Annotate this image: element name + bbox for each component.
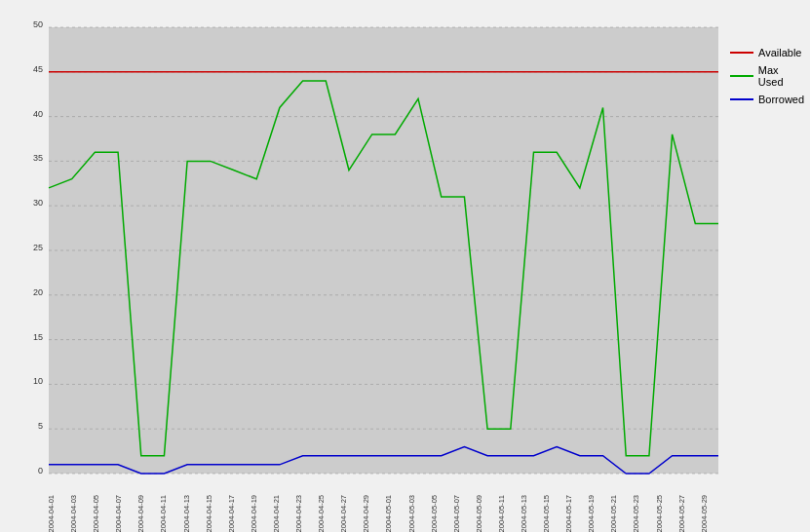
x-tick: 2004-05-21 xyxy=(609,495,632,532)
x-tick: 2004-05-05 xyxy=(430,495,452,532)
legend-line xyxy=(730,75,753,77)
y-tick: 25 xyxy=(33,243,43,252)
y-axis-label xyxy=(4,18,19,532)
x-tick: 2004-04-23 xyxy=(294,495,317,532)
y-tick: 40 xyxy=(33,109,43,119)
y-tick: 30 xyxy=(33,198,43,208)
legend: AvailableMax UsedBorrowed xyxy=(722,18,810,495)
x-tick: 2004-05-19 xyxy=(587,495,609,532)
x-tick: 2004-04-25 xyxy=(317,495,339,532)
legend-item: Borrowed xyxy=(730,94,806,105)
chart-container: 50454035302520151050 AvailableMax UsedBo… xyxy=(0,0,810,532)
y-tick: 50 xyxy=(33,19,43,29)
x-tick: 2004-04-21 xyxy=(272,495,294,532)
y-tick: 35 xyxy=(33,153,43,163)
x-tick: 2004-05-17 xyxy=(564,495,587,532)
chart-area-wrapper: 50454035302520151050 AvailableMax UsedBo… xyxy=(19,18,810,532)
x-tick: 2004-05-01 xyxy=(384,495,406,532)
legend-item: Available xyxy=(730,47,806,58)
x-tick: 2004-04-01 xyxy=(47,495,69,532)
x-tick: 2004-05-15 xyxy=(542,495,564,532)
legend-label: Max Used xyxy=(758,64,806,88)
x-tick: 2004-04-15 xyxy=(205,495,227,532)
x-tick: 2004-04-17 xyxy=(227,495,250,532)
x-tick: 2004-04-03 xyxy=(69,495,92,532)
x-tick: 2004-05-11 xyxy=(497,495,520,532)
legend-label: Available xyxy=(758,47,801,58)
x-tick: 2004-04-19 xyxy=(250,495,272,532)
x-tick: 2004-04-09 xyxy=(136,495,159,532)
x-tick: 2004-05-03 xyxy=(407,495,430,532)
y-tick: 20 xyxy=(33,287,43,297)
y-tick: 15 xyxy=(33,332,43,342)
x-tick: 2004-05-25 xyxy=(655,495,677,532)
x-tick: 2004-04-13 xyxy=(182,495,205,532)
x-tick: 2004-05-09 xyxy=(475,495,497,532)
chart-plot-area: 50454035302520151050 AvailableMax UsedBo… xyxy=(19,18,810,495)
x-tick: 2004-04-07 xyxy=(114,495,136,532)
x-tick: 2004-05-29 xyxy=(700,495,722,532)
x-tick: 2004-04-05 xyxy=(92,495,114,532)
plot-svg-container xyxy=(47,18,722,495)
x-tick: 2004-05-23 xyxy=(632,495,654,532)
legend-line xyxy=(730,52,753,54)
legend-line xyxy=(730,98,753,100)
y-tick: 5 xyxy=(38,421,43,431)
legend-item: Max Used xyxy=(730,64,806,88)
y-axis: 50454035302520151050 xyxy=(19,18,47,495)
y-tick: 10 xyxy=(33,376,43,386)
x-tick: 2004-05-07 xyxy=(452,495,475,532)
plot-and-legend: AvailableMax UsedBorrowed xyxy=(47,18,810,495)
chart-svg xyxy=(47,18,722,495)
x-tick: 2004-04-11 xyxy=(159,495,181,532)
y-tick: 45 xyxy=(33,64,43,74)
x-tick: 2004-04-29 xyxy=(362,495,384,532)
x-axis-labels: 2004-04-012004-04-032004-04-052004-04-07… xyxy=(47,495,722,532)
chart-body: 50454035302520151050 AvailableMax UsedBo… xyxy=(0,18,810,532)
y-tick: 0 xyxy=(38,466,43,475)
x-tick: 2004-05-27 xyxy=(677,495,700,532)
legend-label: Borrowed xyxy=(758,94,804,105)
x-tick: 2004-04-27 xyxy=(339,495,362,532)
x-tick: 2004-05-13 xyxy=(520,495,542,532)
